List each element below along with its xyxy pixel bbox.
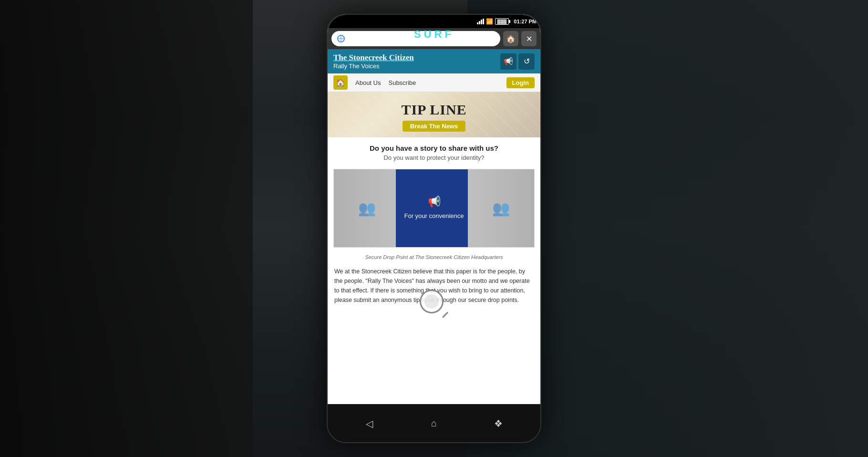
- url-globe-icon: [337, 35, 345, 42]
- signal-bar-2: [479, 21, 480, 24]
- tipline-badge: Break The News: [403, 121, 465, 132]
- nav-home-icon: 🏠: [336, 78, 345, 87]
- subtitle-sub: Do you want to protect your identity?: [335, 154, 533, 161]
- phone-screen: 📶 ▓▓▓ 01:27 PM 🏠 ✕: [328, 15, 540, 404]
- subtitle-main: Do you have a story to share with us?: [335, 144, 533, 152]
- status-icons: 📶 ▓▓▓: [477, 18, 509, 25]
- browser-chrome: 🏠 ✕: [328, 28, 540, 49]
- close-icon: ✕: [526, 34, 532, 43]
- home-nav-button[interactable]: ⌂: [424, 414, 444, 433]
- nav-home-button[interactable]: 🏠: [333, 75, 348, 90]
- signal-bar-3: [481, 20, 482, 24]
- megaphone-icon: 📢: [504, 57, 513, 66]
- battery-icon: ▓▓▓: [495, 18, 509, 25]
- nav-login-button[interactable]: Login: [506, 77, 535, 88]
- header-icons: 📢 ↺: [500, 53, 535, 70]
- drop-box-center: 📢 For your convenience: [396, 169, 472, 248]
- site-nav: 🏠 About Us Subscribe Login: [328, 73, 540, 92]
- phone-bottom-bar: ◁ ⌂ ❖: [328, 404, 540, 442]
- status-time: 01:27 PM: [514, 19, 537, 24]
- drop-box-text: For your convenience: [404, 212, 464, 220]
- image-caption: Secure Drop Point at The Stonecreek Citi…: [328, 252, 540, 264]
- signal-bar-4: [483, 19, 484, 24]
- phone-device: SURF 📶 ▓▓▓ 01:27 PM: [327, 14, 541, 443]
- tipline-banner: TIP LINE Break The News: [328, 92, 540, 137]
- megaphone-button[interactable]: 📢: [500, 53, 517, 70]
- website-content: The Stonecreek Citizen Rally The Voices …: [328, 49, 540, 310]
- image-right-side: 👥: [468, 169, 534, 247]
- site-title: The Stonecreek Citizen: [333, 53, 500, 62]
- wifi-icon: 📶: [486, 18, 493, 25]
- drop-box-image: 👥 📢 For your convenience 👥: [334, 169, 534, 247]
- layers-nav-button[interactable]: ❖: [489, 414, 508, 433]
- body-text: We at the Stonecreek Citizen believe tha…: [328, 264, 540, 310]
- site-header: The Stonecreek Citizen Rally The Voices …: [328, 49, 540, 73]
- nav-subscribe-link[interactable]: Subscribe: [388, 79, 416, 86]
- refresh-button[interactable]: ↺: [518, 53, 535, 70]
- status-bar: 📶 ▓▓▓ 01:27 PM: [328, 15, 540, 28]
- back-nav-button[interactable]: ◁: [360, 414, 379, 433]
- close-browser-button[interactable]: ✕: [521, 31, 537, 46]
- url-bar[interactable]: [331, 31, 500, 46]
- drop-box-megaphone-icon: 📢: [428, 196, 441, 208]
- signal-bars: [477, 19, 484, 24]
- refresh-icon: ↺: [524, 57, 530, 66]
- page-subtitle: Do you have a story to share with us? Do…: [328, 137, 540, 164]
- left-overlay: [0, 0, 253, 457]
- back-icon: ◁: [366, 418, 373, 429]
- site-tagline: Rally The Voices: [333, 62, 500, 70]
- image-left-side: 👥: [334, 169, 400, 247]
- signal-bar-1: [477, 22, 478, 24]
- phone-shell: SURF 📶 ▓▓▓ 01:27 PM: [327, 14, 541, 443]
- home-icon: 🏠: [506, 34, 516, 43]
- tipline-title: TIP LINE: [335, 102, 533, 118]
- drop-point-image: 👥 📢 For your convenience 👥: [333, 169, 535, 248]
- layers-nav-icon: ❖: [494, 418, 503, 429]
- nav-about-link[interactable]: About Us: [355, 79, 381, 86]
- home-browser-button[interactable]: 🏠: [503, 31, 518, 46]
- home-nav-icon: ⌂: [431, 418, 437, 429]
- site-title-area: The Stonecreek Citizen Rally The Voices: [333, 53, 500, 70]
